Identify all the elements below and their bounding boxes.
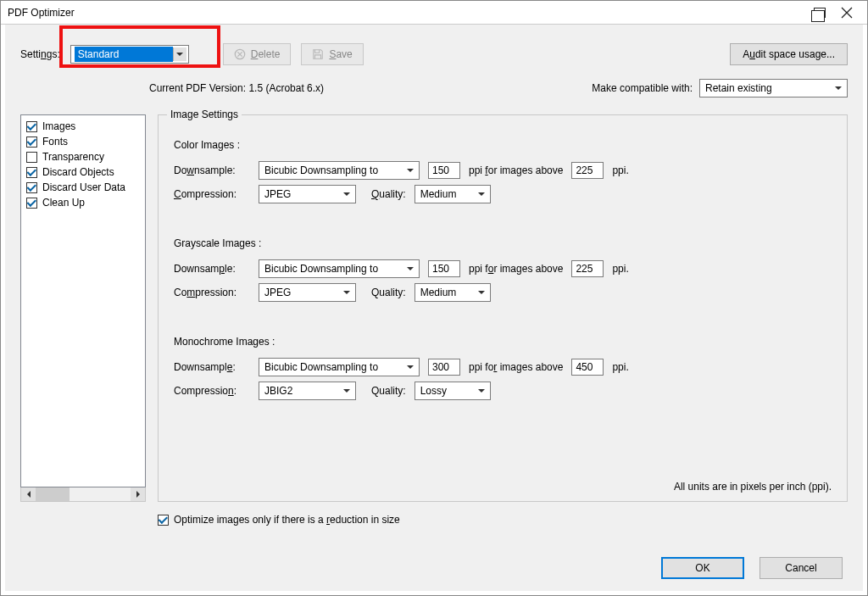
sidebar-item-clean-up[interactable]: Clean Up bbox=[26, 195, 140, 210]
chevron-down-icon bbox=[832, 81, 845, 95]
color-images-heading: Color Images : bbox=[174, 139, 832, 151]
ok-button[interactable]: OK bbox=[661, 557, 744, 579]
settings-dropdown[interactable]: Standard bbox=[70, 45, 189, 64]
sidebar-item-discard-user-data[interactable]: Discard User Data bbox=[26, 180, 140, 195]
compression-label: Compression: bbox=[174, 188, 250, 200]
scroll-thumb[interactable] bbox=[36, 487, 70, 501]
ppi-suffix: ppi. bbox=[612, 164, 628, 176]
color-ppi-input[interactable]: 150 bbox=[428, 162, 460, 179]
chevron-down-icon bbox=[475, 384, 488, 398]
compat-dropdown[interactable]: Retain existing bbox=[699, 79, 848, 97]
category-sidebar: Images Fonts Transparency Discard Object… bbox=[20, 114, 146, 502]
sidebar-item-fonts[interactable]: Fonts bbox=[26, 134, 140, 149]
mono-downsample-select[interactable]: Bicubic Downsampling to bbox=[259, 358, 420, 376]
settings-value: Standard bbox=[75, 47, 173, 62]
chevron-down-icon bbox=[340, 384, 353, 398]
scroll-right-icon[interactable] bbox=[131, 487, 145, 501]
compat-value: Retain existing bbox=[705, 82, 772, 94]
save-button[interactable]: Save bbox=[301, 43, 363, 65]
chevron-down-icon bbox=[340, 187, 353, 201]
gray-compression-select[interactable]: JPEG bbox=[259, 283, 356, 302]
optimize-row[interactable]: Optimize images only if there is a reduc… bbox=[158, 514, 848, 526]
chevron-down-icon bbox=[340, 286, 353, 299]
quality-label: Quality: bbox=[371, 385, 406, 397]
ppi-for-label: ppi for images above bbox=[469, 263, 563, 275]
chevron-down-icon bbox=[403, 262, 417, 276]
mono-above-input[interactable]: 450 bbox=[571, 359, 604, 376]
save-label: Save bbox=[329, 48, 352, 60]
audit-space-button[interactable]: Audit space usage... bbox=[730, 43, 848, 65]
titlebar: PDF Optimizer bbox=[1, 1, 867, 25]
sidebar-hscroll[interactable] bbox=[20, 487, 146, 502]
checkbox-icon[interactable] bbox=[158, 515, 169, 526]
checkbox-icon[interactable] bbox=[26, 167, 37, 178]
version-row: Current PDF Version: 1.5 (Acrobat 6.x) M… bbox=[20, 79, 848, 97]
checkbox-icon[interactable] bbox=[26, 136, 37, 148]
mono-quality-select[interactable]: Lossy bbox=[415, 382, 491, 400]
delete-label: Delete bbox=[251, 48, 281, 60]
optimize-label: Optimize images only if there is a reduc… bbox=[174, 514, 400, 526]
chevron-down-icon bbox=[403, 360, 417, 374]
ppi-for-label: ppi for images above bbox=[469, 164, 563, 176]
compression-label: Compression: bbox=[174, 385, 250, 397]
downsample-label: Downsample: bbox=[174, 164, 250, 176]
panel-title: Image Settings bbox=[167, 109, 242, 120]
color-above-input[interactable]: 225 bbox=[571, 162, 604, 179]
downsample-label: Downsample: bbox=[174, 263, 250, 275]
scroll-left-icon[interactable] bbox=[21, 487, 36, 501]
sidebar-item-images[interactable]: Images bbox=[26, 119, 140, 134]
close-icon[interactable] bbox=[833, 1, 860, 24]
ppi-suffix: ppi. bbox=[612, 361, 628, 373]
chevron-down-icon bbox=[173, 47, 186, 61]
color-compression-select[interactable]: JPEG bbox=[259, 185, 356, 203]
compression-label: Compression: bbox=[174, 287, 250, 298]
mono-compression-select[interactable]: JBIG2 bbox=[259, 382, 356, 400]
cancel-button[interactable]: Cancel bbox=[760, 557, 843, 579]
settings-label: Settings: bbox=[20, 48, 60, 60]
top-toolbar: Settings: Standard Delete Save Audit spa… bbox=[20, 43, 848, 65]
units-footnote: All units are in pixels per inch (ppi). bbox=[674, 481, 832, 493]
mono-ppi-input[interactable]: 300 bbox=[428, 359, 460, 376]
category-list: Images Fonts Transparency Discard Object… bbox=[20, 114, 146, 487]
grayscale-images-heading: Grayscale Images : bbox=[174, 237, 832, 249]
dialog-footer: OK Cancel bbox=[661, 557, 843, 579]
downsample-label: Downsample: bbox=[174, 361, 250, 373]
gray-above-input[interactable]: 225 bbox=[571, 260, 604, 277]
gray-downsample-select[interactable]: Bicubic Downsampling to bbox=[259, 259, 420, 278]
gray-quality-select[interactable]: Medium bbox=[415, 283, 491, 302]
chevron-down-icon bbox=[403, 164, 417, 177]
quality-label: Quality: bbox=[371, 188, 406, 200]
restore-icon[interactable] bbox=[806, 1, 833, 24]
dialog-content: Settings: Standard Delete Save Audit spa… bbox=[5, 25, 863, 591]
checkbox-icon[interactable] bbox=[26, 198, 37, 209]
mono-images-heading: Monochrome Images : bbox=[174, 336, 832, 348]
checkbox-icon[interactable] bbox=[26, 152, 37, 163]
checkbox-icon[interactable] bbox=[26, 182, 37, 193]
chevron-down-icon bbox=[475, 187, 488, 201]
sidebar-item-discard-objects[interactable]: Discard Objects bbox=[26, 164, 140, 180]
gray-ppi-input[interactable]: 150 bbox=[428, 260, 460, 277]
ppi-for-label: ppi for images above bbox=[469, 361, 563, 373]
current-pdf-version: Current PDF Version: 1.5 (Acrobat 6.x) bbox=[149, 82, 324, 94]
work-area: Images Fonts Transparency Discard Object… bbox=[20, 114, 848, 502]
window-title: PDF Optimizer bbox=[8, 7, 806, 19]
delete-button[interactable]: Delete bbox=[223, 43, 292, 65]
compat-label: Make compatible with: bbox=[592, 82, 693, 94]
ppi-suffix: ppi. bbox=[612, 263, 628, 275]
color-downsample-select[interactable]: Bicubic Downsampling to bbox=[259, 161, 420, 180]
chevron-down-icon bbox=[475, 286, 488, 299]
sidebar-item-transparency[interactable]: Transparency bbox=[26, 149, 140, 164]
checkbox-icon[interactable] bbox=[26, 121, 37, 132]
color-quality-select[interactable]: Medium bbox=[415, 185, 491, 203]
quality-label: Quality: bbox=[371, 287, 406, 298]
image-settings-panel: Image Settings Color Images : Downsample… bbox=[158, 114, 848, 502]
